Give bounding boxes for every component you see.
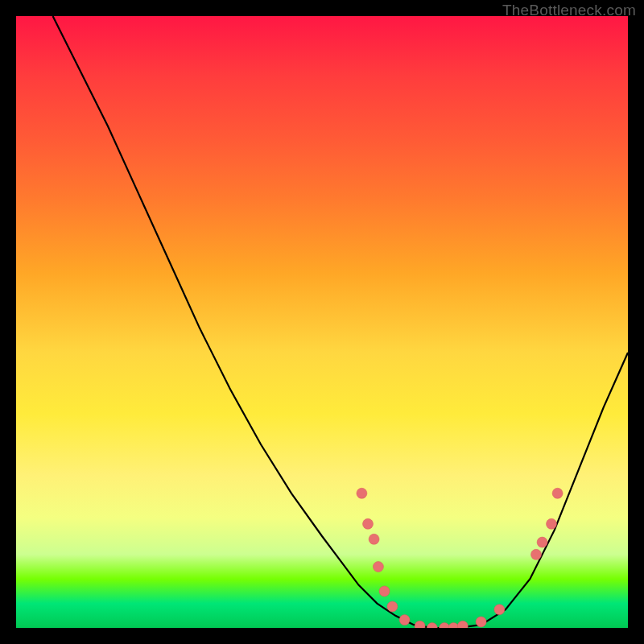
data-point: [373, 562, 383, 572]
data-point: [427, 623, 437, 629]
curve-svg: [16, 16, 628, 628]
data-point: [379, 586, 390, 597]
data-point: [399, 615, 410, 625]
data-point: [494, 605, 505, 615]
data-point: [369, 534, 379, 544]
data-point: [387, 601, 398, 612]
data-point: [363, 518, 374, 529]
data-point: [440, 623, 450, 629]
data-point: [547, 518, 557, 529]
data-point: [357, 488, 367, 498]
plot-area: [16, 16, 628, 628]
data-points-group: [357, 488, 563, 628]
data-point: [448, 623, 459, 629]
data-point: [415, 621, 425, 628]
bottleneck-curve-path: [53, 16, 628, 628]
data-point: [552, 488, 563, 498]
data-point: [476, 617, 486, 627]
data-point: [531, 549, 542, 559]
data-point: [457, 621, 468, 628]
data-point: [537, 537, 547, 547]
bottleneck-chart: TheBottleneck.com: [0, 0, 644, 644]
